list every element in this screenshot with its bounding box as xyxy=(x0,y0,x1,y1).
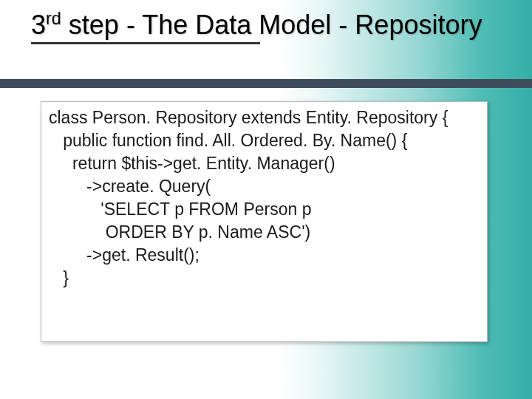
slide-title: 3rd step - The Data Model - Repository xyxy=(31,9,504,41)
code-box: class Person. Repository extends Entity.… xyxy=(41,101,488,342)
code-line: 'SELECT p FROM Person p xyxy=(49,198,480,221)
title-ordinal-number: 3 xyxy=(31,10,46,40)
title-separator-bar xyxy=(0,79,532,88)
code-line: ORDER BY p. Name ASC') xyxy=(49,221,480,244)
code-line: public function find. All. Ordered. By. … xyxy=(49,129,480,152)
title-underline xyxy=(31,42,260,44)
code-line: class Person. Repository extends Entity.… xyxy=(49,106,480,129)
code-line: ->get. Result(); xyxy=(49,244,480,267)
code-line: return $this->get. Entity. Manager() xyxy=(49,152,480,175)
title-area: 3rd step - The Data Model - Repository xyxy=(31,9,504,44)
code-line: ->create. Query( xyxy=(49,175,480,198)
title-rest: step - The Data Model - Repository xyxy=(61,10,482,40)
slide: 3rd step - The Data Model - Repository c… xyxy=(0,0,532,399)
code-line: } xyxy=(49,267,480,290)
title-ordinal-suffix: rd xyxy=(46,9,61,28)
